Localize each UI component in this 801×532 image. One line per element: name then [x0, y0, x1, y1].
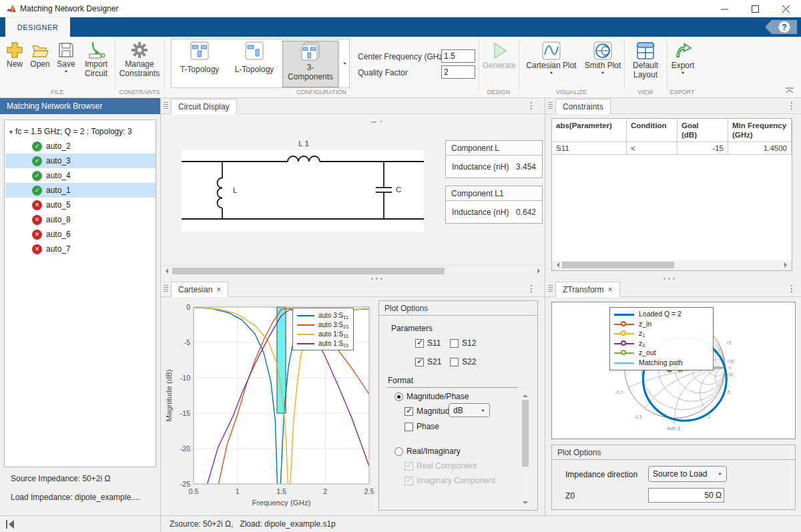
- phase-checkbox[interactable]: [405, 423, 413, 431]
- splitter-horizontal-center[interactable]: [371, 278, 382, 280]
- options-vscrollbar[interactable]: [521, 390, 530, 508]
- magnitude-checkbox[interactable]: [405, 407, 413, 416]
- panel-drag-handle[interactable]: [548, 285, 553, 292]
- scroll-left-icon[interactable]: [163, 268, 168, 274]
- magnitude-unit-dropdown[interactable]: dB▼: [449, 403, 490, 417]
- smith-plot-dropdown-icon[interactable]: ▼: [601, 71, 605, 75]
- browser-kebab-icon[interactable]: ⋮: [147, 101, 156, 111]
- close-tab-icon[interactable]: ×: [216, 285, 221, 294]
- tree-item-auto-5[interactable]: ✕auto_5: [5, 198, 156, 212]
- center-frequency-label: Center Frequency (GHz): [358, 52, 445, 61]
- center-frequency-input[interactable]: [441, 49, 475, 63]
- tree-item-auto-6[interactable]: ✕auto_6: [5, 227, 156, 242]
- help-button[interactable]: ?: [765, 20, 797, 34]
- toolbar-separator: [667, 39, 668, 90]
- circuit-hscrollbar[interactable]: [161, 265, 545, 276]
- tree-item-auto-4[interactable]: ✓auto_4: [5, 168, 156, 183]
- scroll-right-icon[interactable]: [784, 262, 790, 268]
- minimize-button[interactable]: [709, 0, 740, 17]
- scroll-down-icon[interactable]: [523, 501, 528, 507]
- constraint-parameter-cell[interactable]: S11: [552, 142, 627, 155]
- tab-ztransform[interactable]: ZTransform×: [555, 282, 620, 297]
- real-imaginary-radio[interactable]: [394, 447, 403, 456]
- constraint-goal-cell[interactable]: -15: [678, 142, 728, 155]
- export-dropdown-icon[interactable]: ▼: [681, 71, 686, 75]
- svg-text:-20: -20: [180, 445, 190, 453]
- pass-check-icon: ✓: [32, 142, 42, 152]
- quality-factor-input[interactable]: [441, 65, 475, 79]
- format-label: Format: [388, 376, 413, 385]
- scroll-right-icon[interactable]: [537, 268, 543, 274]
- s12-checkbox[interactable]: [450, 339, 459, 348]
- panel-drag-handle[interactable]: [548, 102, 553, 109]
- tree-item-auto-7[interactable]: ✕auto_7: [5, 242, 156, 256]
- tab-circuit-display[interactable]: Circuit Display: [171, 99, 237, 114]
- magnitude-phase-radio[interactable]: [394, 392, 403, 401]
- status-impedance-text: Zsource: 50+2i Ω, Zload: dipole_example.…: [170, 519, 336, 529]
- scroll-thumb[interactable]: [562, 262, 674, 268]
- splitter-horizontal-right[interactable]: [663, 278, 675, 280]
- constraints-hscrollbar[interactable]: [552, 260, 792, 270]
- legend-entry: auto 1:S21: [297, 339, 349, 348]
- tree-root-node[interactable]: ▾ fc = 1.5 GHz; Q = 2 ; Topology: 3: [5, 124, 156, 139]
- three-components-button[interactable]: 3-Components: [282, 41, 338, 87]
- tree-item-auto-2[interactable]: ✓auto_2: [5, 139, 156, 154]
- impedance-direction-dropdown[interactable]: Source to Load▼: [648, 466, 727, 482]
- panel-drag-handle[interactable]: [164, 102, 168, 109]
- cartesian-kebab-icon[interactable]: ⋮: [527, 283, 536, 294]
- cartesian-plot-button[interactable]: Cartesian Plot ▼: [523, 41, 580, 75]
- z0-input[interactable]: [648, 488, 724, 503]
- close-tab-icon[interactable]: ×: [608, 285, 613, 294]
- close-button[interactable]: [770, 0, 801, 17]
- inductance-value[interactable]: 0.642: [516, 208, 536, 217]
- s21-checkbox[interactable]: [415, 358, 424, 366]
- browser-panel-header: Matching Network Browser ⋮: [0, 98, 160, 114]
- scroll-up-icon[interactable]: [523, 392, 528, 397]
- constraint-condition-cell[interactable]: <: [627, 142, 678, 155]
- scroll-left-icon[interactable]: [554, 262, 559, 268]
- svg-text:∞: ∞: [728, 365, 732, 370]
- export-button[interactable]: Export ▼: [668, 41, 698, 75]
- scroll-thumb[interactable]: [522, 400, 529, 467]
- cartesian-plot-dropdown-icon[interactable]: ▼: [549, 71, 554, 75]
- inductance-value[interactable]: 3.454: [516, 162, 536, 172]
- legend-entry: auto 1:S11: [297, 330, 349, 339]
- maximize-button[interactable]: [740, 0, 770, 17]
- ztransform-tabbar: ZTransform× ⋮: [545, 281, 801, 297]
- tab-designer[interactable]: DESIGNER: [5, 17, 70, 37]
- import-circuit-button[interactable]: ImportCircuit: [80, 41, 112, 78]
- default-layout-button[interactable]: DefaultLayout: [628, 41, 663, 79]
- s22-checkbox[interactable]: [450, 358, 459, 366]
- constraints-kebab-icon[interactable]: ⋮: [787, 100, 796, 111]
- constraint-minfreq-cell[interactable]: 1.4500: [728, 142, 792, 155]
- generate-button[interactable]: Generate: [482, 41, 517, 70]
- panel-drag-handle[interactable]: [164, 285, 168, 292]
- tree-item-auto-8[interactable]: ✕auto_8: [5, 212, 156, 227]
- tree-item-auto-1[interactable]: ✓auto_1: [5, 183, 156, 198]
- matlab-logo-icon: [6, 3, 17, 14]
- tab-cartesian[interactable]: Cartesian×: [171, 282, 228, 297]
- new-button[interactable]: New: [3, 41, 27, 69]
- save-disk-icon: [57, 41, 75, 59]
- pass-check-icon: ✓: [32, 186, 42, 196]
- save-dropdown-icon[interactable]: ▼: [64, 69, 69, 73]
- topology-gallery-dropdown[interactable]: ▼: [339, 39, 350, 87]
- tree-item-auto-3[interactable]: ✓auto_3: [5, 154, 156, 168]
- save-button[interactable]: Save ▼: [53, 41, 79, 74]
- circuit-kebab-icon[interactable]: ⋮: [527, 100, 536, 111]
- legend-entry: Loaded Q = 2: [614, 310, 709, 320]
- l-topology-button[interactable]: L-Topology: [228, 41, 281, 87]
- legend-marker-icon: [621, 340, 626, 346]
- tab-constraints[interactable]: Constraints: [555, 99, 611, 114]
- collapse-panel-icon[interactable]: [5, 520, 15, 529]
- scroll-thumb[interactable]: [172, 268, 445, 274]
- s11-checkbox[interactable]: [415, 339, 424, 348]
- tree-collapse-icon[interactable]: ▾: [9, 128, 13, 136]
- collapse-ribbon-icon[interactable]: [785, 87, 794, 94]
- smith-plot-button[interactable]: Smith Plot ▼: [581, 41, 624, 75]
- ztransform-kebab-icon[interactable]: ⋮: [787, 283, 796, 294]
- manage-constraints-button[interactable]: ManageConstraints: [119, 41, 160, 78]
- open-button[interactable]: Open: [28, 41, 52, 69]
- splitter-vertical-right[interactable]: [545, 98, 545, 515]
- t-topology-button[interactable]: T-Topology: [173, 41, 226, 87]
